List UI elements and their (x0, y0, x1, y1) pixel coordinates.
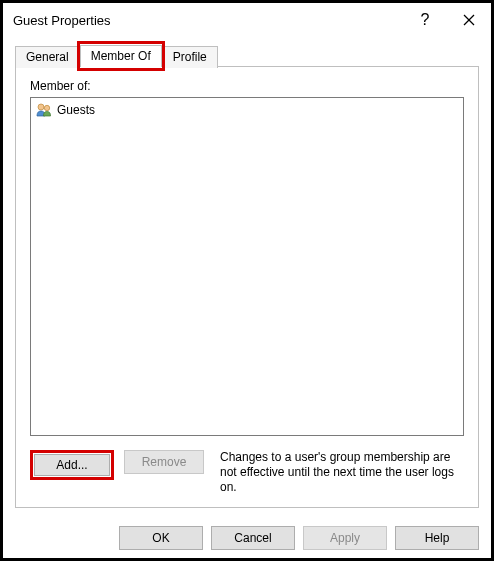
group-icon (35, 102, 53, 118)
cancel-button[interactable]: Cancel (211, 526, 295, 550)
close-icon (463, 14, 475, 26)
tab-member-of-wrap: Member Of (80, 45, 162, 67)
annotation-highlight: Add... (30, 450, 114, 480)
dialog-button-bar: OK Cancel Apply Help (3, 518, 491, 558)
titlebar: Guest Properties ? (3, 3, 491, 37)
list-actions-row: Add... Remove Changes to a user's group … (30, 450, 464, 495)
remove-button: Remove (124, 450, 204, 474)
window-title: Guest Properties (13, 13, 403, 28)
apply-button: Apply (303, 526, 387, 550)
svg-point-2 (38, 104, 44, 110)
tab-label: Profile (173, 50, 207, 64)
member-of-label: Member of: (30, 79, 464, 93)
tab-page-member-of: Member of: Guests Add... Remove (15, 66, 479, 508)
membership-hint-text: Changes to a user's group membership are… (214, 450, 464, 495)
guest-properties-dialog: Guest Properties ? General Member Of Pro… (0, 0, 494, 561)
tab-label: Member Of (91, 49, 151, 63)
tab-member-of[interactable]: Member Of (80, 45, 162, 67)
context-help-button[interactable]: ? (403, 5, 447, 35)
close-button[interactable] (447, 5, 491, 35)
tab-profile[interactable]: Profile (162, 46, 218, 68)
list-item[interactable]: Guests (33, 100, 461, 120)
help-button[interactable]: Help (395, 526, 479, 550)
tab-strip: General Member Of Profile (15, 41, 479, 67)
tab-general[interactable]: General (15, 46, 80, 68)
dialog-body: General Member Of Profile Member of: (3, 37, 491, 518)
tab-label: General (26, 50, 69, 64)
add-button[interactable]: Add... (34, 454, 110, 476)
list-item-label: Guests (57, 103, 95, 117)
groups-listbox[interactable]: Guests (30, 97, 464, 436)
svg-point-3 (44, 105, 49, 110)
ok-button[interactable]: OK (119, 526, 203, 550)
